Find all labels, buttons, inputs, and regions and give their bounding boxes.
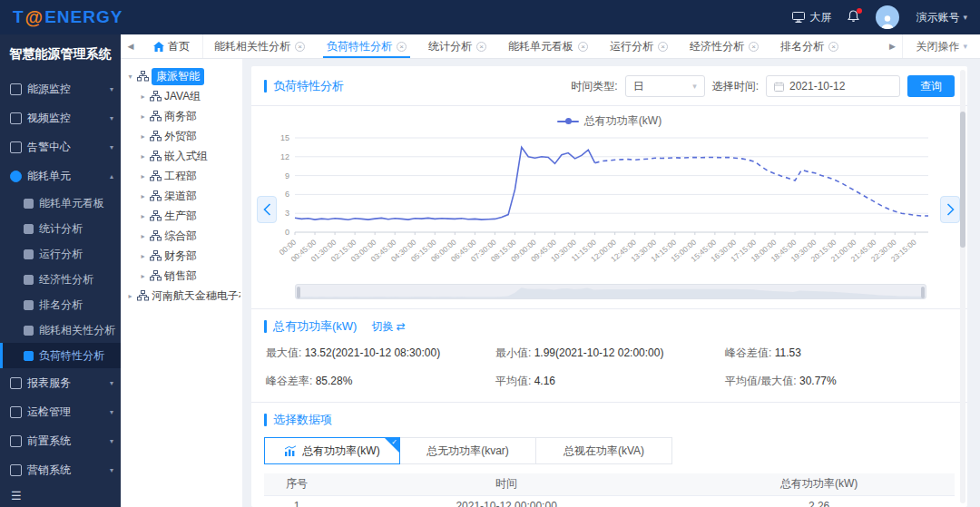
tree-node-JAVA组[interactable]: ▸JAVA组 — [126, 86, 240, 106]
tree-node-商务部[interactable]: ▸商务部 — [126, 106, 240, 126]
tab-label: 能耗单元看板 — [508, 39, 573, 54]
tab-能耗相关性分析[interactable]: 能耗相关性分析× — [203, 34, 316, 58]
switch-metric-button[interactable]: 切换 ⇄ — [371, 319, 405, 335]
chart-legend[interactable]: 总有功功率(kW) — [264, 113, 955, 129]
tree-node-生产部[interactable]: ▸生产部 — [126, 206, 240, 226]
tab-统计分析[interactable]: 统计分析× — [417, 34, 497, 58]
tab-负荷特性分析[interactable]: 负荷特性分析× — [316, 34, 417, 58]
time-type-value: 日 — [633, 79, 644, 94]
data-tab-总视在功率(kVA)[interactable]: 总视在功率(kVA) — [536, 437, 672, 464]
menu-collapse-button[interactable]: ☰ — [0, 483, 121, 507]
caret-right-icon[interactable]: ▸ — [139, 212, 147, 220]
caret-right-icon[interactable]: ▸ — [126, 292, 134, 300]
chart-next-button[interactable] — [940, 196, 960, 223]
data-tab-总有功功率(kW)[interactable]: 总有功功率(kW)✓ — [264, 437, 400, 464]
datazoom-right-handle[interactable] — [921, 287, 925, 298]
tab-close-icon[interactable]: × — [658, 42, 668, 52]
data-tab-总无功功率(kvar)[interactable]: 总无功功率(kvar) — [400, 437, 536, 464]
close-operations-button[interactable]: 关闭操作 ▾ — [902, 34, 980, 58]
sidebar-item-告警中心[interactable]: 告警中心▾ — [0, 132, 121, 161]
sidebar-item-经济性分析[interactable]: 经济性分析 — [0, 267, 121, 292]
tab-经济性分析[interactable]: 经济性分析× — [679, 34, 769, 58]
date-input[interactable]: 2021-10-12 — [766, 75, 900, 97]
caret-right-icon[interactable]: ▸ — [139, 152, 147, 161]
sidebar-item-label: 营销系统 — [27, 463, 110, 478]
caret-right-icon[interactable]: ▸ — [139, 272, 147, 280]
tree-node-嵌入式组[interactable]: ▸嵌入式组 — [126, 146, 240, 166]
tree-node-河南航天金穗电子有限公[interactable]: ▸河南航天金穗电子有限公 — [126, 286, 240, 306]
caret-right-icon[interactable]: ▸ — [139, 172, 147, 180]
sidebar-item-能耗单元看板[interactable]: 能耗单元看板 — [0, 190, 121, 216]
tab-能耗单元看板[interactable]: 能耗单元看板× — [497, 34, 599, 58]
caret-right-icon[interactable]: ▸ — [139, 132, 147, 141]
sidebar-item-能耗相关性分析[interactable]: 能耗相关性分析 — [0, 317, 121, 343]
time-type-select[interactable]: 日 ▾ — [625, 75, 705, 97]
scrollbar-thumb[interactable] — [960, 112, 965, 248]
sidebar-item-label: 前置系统 — [27, 434, 110, 449]
org-icon — [150, 131, 162, 141]
stat-label: 平均值/最大值: — [725, 375, 799, 387]
app: T@ENERGY 大屏 演示账号 ▾ 智慧能源管理系统 能源监控▾视频 — [0, 0, 980, 507]
datazoom-left-handle[interactable] — [297, 287, 300, 298]
caret-right-icon[interactable]: ▸ — [139, 232, 147, 240]
caret-right-icon[interactable]: ▸ — [139, 252, 147, 260]
sidebar-item-营销系统[interactable]: 营销系统▾ — [0, 455, 121, 483]
caret-right-icon[interactable]: ▸ — [139, 93, 147, 101]
caret-right-icon[interactable]: ▸ — [139, 112, 147, 121]
tabs-scroll-right-button[interactable]: ▶ — [882, 42, 902, 51]
stat-value: 85.28% — [316, 375, 353, 387]
sidebar-item-排名分析[interactable]: 排名分析 — [0, 292, 121, 317]
tree-node-康派智能[interactable]: ▾康派智能 — [126, 66, 240, 86]
stat-value: 4.16 — [534, 375, 555, 387]
logo: T@ENERGY — [13, 7, 122, 28]
caret-down-icon[interactable]: ▾ — [126, 73, 134, 81]
sidebar-item-负荷特性分析[interactable]: 负荷特性分析 — [0, 343, 121, 368]
tree-node-销售部[interactable]: ▸销售部 — [126, 266, 240, 286]
caret-right-icon[interactable]: ▸ — [139, 192, 147, 200]
logo-text: T — [13, 7, 24, 27]
stat-label: 峰谷差值: — [725, 346, 775, 359]
notifications-button[interactable] — [848, 10, 859, 25]
stat-value: 11.53 — [775, 346, 801, 359]
tabs-scroll-left-button[interactable]: ◀ — [121, 42, 141, 51]
query-button[interactable]: 查询 — [907, 75, 955, 97]
load-curve-chart[interactable]: 0369121500:0000:45:0001:30:0002:15:0003:… — [264, 131, 936, 278]
stat-label: 最小值: — [495, 346, 534, 359]
chart-prev-button[interactable] — [257, 196, 277, 223]
sidebar: 智慧能源管理系统 能源监控▾视频监控▾告警中心▾能耗单元▴能耗单元看板统计分析运… — [0, 34, 121, 507]
tab-label: 统计分析 — [428, 39, 472, 54]
vertical-scrollbar[interactable] — [960, 70, 965, 503]
tree-node-外贸部[interactable]: ▸外贸部 — [126, 126, 240, 146]
avatar[interactable] — [876, 5, 899, 29]
big-screen-button[interactable]: 大屏 — [792, 10, 831, 25]
svg-text:12: 12 — [280, 152, 289, 161]
sidebar-item-能源监控[interactable]: 能源监控▾ — [0, 74, 121, 103]
sidebar-item-视频监控[interactable]: 视频监控▾ — [0, 103, 121, 132]
tab-close-icon[interactable]: × — [578, 42, 588, 52]
sidebar-item-前置系统[interactable]: 前置系统▾ — [0, 426, 121, 455]
tab-home[interactable]: 首页 — [141, 34, 203, 58]
sidebar-item-统计分析[interactable]: 统计分析 — [0, 216, 121, 241]
tree-node-财务部[interactable]: ▸财务部 — [126, 246, 240, 266]
sidebar-item-运行分析[interactable]: 运行分析 — [0, 241, 121, 267]
org-icon — [137, 290, 149, 301]
account-menu[interactable]: 演示账号 ▾ — [916, 10, 967, 25]
tree-node-工程部[interactable]: ▸工程部 — [126, 166, 240, 186]
tree-node-label: 综合部 — [164, 229, 197, 244]
sidebar-item-能耗单元[interactable]: 能耗单元▴ — [0, 161, 121, 190]
tab-close-icon[interactable]: × — [828, 42, 838, 52]
stat-label: 平均值: — [495, 375, 534, 387]
datazoom-slider[interactable] — [295, 284, 926, 299]
tree-node-渠道部[interactable]: ▸渠道部 — [126, 186, 240, 206]
tree-node-综合部[interactable]: ▸综合部 — [126, 226, 240, 246]
sidebar-item-运检管理[interactable]: 运检管理▾ — [0, 397, 121, 426]
tab-排名分析[interactable]: 排名分析× — [769, 34, 849, 58]
divider — [251, 105, 967, 106]
tab-close-icon[interactable]: × — [295, 42, 305, 52]
tab-close-icon[interactable]: × — [476, 42, 486, 52]
sidebar-item-报表服务[interactable]: 报表服务▾ — [0, 368, 121, 397]
tab-close-icon[interactable]: × — [749, 42, 759, 52]
tab-运行分析[interactable]: 运行分析× — [599, 34, 679, 58]
tab-close-icon[interactable]: × — [397, 42, 407, 52]
table-header-序号: 序号 — [264, 473, 329, 495]
